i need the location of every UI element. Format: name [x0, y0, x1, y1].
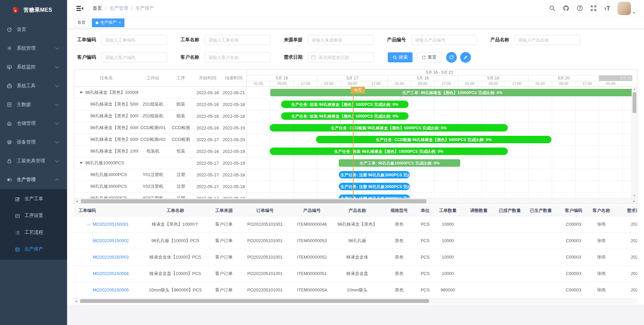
gantt-task-row[interactable]: 96孔移液盒【黑色】5000PCS Z01组装机 组装 2022-05-16 2…	[74, 99, 247, 110]
user-menu[interactable]	[618, 2, 635, 15]
cell-customer-name: 张伟	[590, 249, 612, 265]
edit-circle-button[interactable]	[460, 52, 471, 63]
scrollbar-thumb[interactable]	[633, 92, 636, 113]
sidebar-item-系统工具[interactable]: 系统工具	[0, 76, 67, 95]
scrollbar-thumb[interactable]	[81, 199, 426, 203]
scrollbar-thumb[interactable]	[80, 299, 429, 303]
workorder-link[interactable]: MO202205150002	[93, 238, 129, 243]
sidebar-subitem-工艺流程[interactable]: 工艺流程	[0, 224, 67, 241]
gantt-vertical-scrollbar[interactable]: ▲ ▼	[632, 87, 637, 198]
gantt-bar[interactable]: 生产工单: 96孔孔板10000PCS 完成比例: 0%	[339, 159, 460, 167]
product-code-input[interactable]	[411, 35, 477, 45]
gantt-bar[interactable]: 生产工单: 96孔移液盒【黑色】10000PCS 完成比例: 0%	[270, 89, 632, 96]
search-icon	[393, 55, 397, 60]
gantt-task-row[interactable]: 96孔孔板3000PCS Y02注塑机 注塑 2022-05-17 2022-0…	[74, 181, 247, 193]
breadcrumb-separator: /	[105, 6, 106, 11]
order-row[interactable]: MO202205150001 移液盒【黑色】10000个 客户订单 PO2022…	[74, 216, 637, 232]
timeline-day-row: 5月 165月 175月 185月 195月 205月 21	[247, 75, 632, 81]
scroll-left-arrow[interactable]: ◄	[74, 300, 78, 303]
refresh-circle-button[interactable]	[446, 52, 457, 63]
question-icon[interactable]	[577, 5, 583, 11]
monitor-icon	[7, 64, 12, 70]
fullscreen-icon[interactable]	[590, 5, 597, 11]
order-row[interactable]: MO202205150003 移液盒盒体【10000】PCS 客户订单 PO20…	[74, 249, 637, 265]
sidebar-item-系统监控[interactable]: 系统监控	[0, 58, 67, 76]
cell-adjusted-qty	[463, 282, 495, 298]
font-size-icon[interactable]: TT	[604, 6, 610, 11]
github-icon[interactable]	[563, 5, 569, 11]
logo[interactable]: 苦糖果MES	[0, 0, 67, 20]
cell-customer-name: 张伟	[590, 282, 612, 298]
sidebar-subitem-生产工单[interactable]: 生产工单	[0, 191, 67, 207]
scroll-right-arrow[interactable]: ►	[632, 200, 637, 203]
sidebar-item-生产管理[interactable]: 生产管理	[0, 170, 67, 189]
gantt-task-row[interactable]: 96孔移液盒【黑色】5000PCS CCD检测#01 CCD检测 2022-05…	[74, 122, 247, 134]
gantt-bar[interactable]: 生产任务: 包装 96孔移液盒【黑色】10000PCS 完成比例: 0%	[270, 148, 508, 155]
workorder-link[interactable]: MO202205150001	[93, 222, 129, 227]
workorder-link[interactable]: MO202205150003	[93, 255, 129, 260]
document-icon	[7, 102, 12, 107]
demand-date-input[interactable]	[308, 52, 374, 62]
sidebar-subitem-label: 工艺流程	[24, 229, 43, 235]
cell-order-no: PO202205101001	[240, 216, 290, 232]
product-name-input[interactable]	[515, 35, 580, 45]
collapse-triangle-icon[interactable]	[79, 162, 83, 164]
gantt-bar[interactable]: 生产任务: 注塑 96孔孔板3000PCS 完成比例: 0%	[339, 183, 410, 190]
gantt-task-row[interactable]: 96孔孔板10000PCS 2022-05-17 2022-05-19	[74, 157, 247, 169]
today-line	[353, 87, 354, 204]
day-cell: 5月 21	[599, 75, 632, 81]
order-row[interactable]: MO202205150004 移液盒盒盖【10000】PCS 客户订单 PO20…	[74, 265, 637, 282]
orders-header-订单编号: 订单编号	[240, 205, 290, 216]
orders-horizontal-scrollbar[interactable]: ◄	[74, 299, 637, 304]
sidebar-item-主数据[interactable]: 主数据	[0, 95, 67, 114]
task-name: 96孔移液盒【黑色】10000PCS	[90, 148, 139, 154]
sidebar-item-设备管理[interactable]: 设备管理	[0, 133, 67, 152]
scroll-up-arrow[interactable]: ▲	[632, 87, 637, 92]
sidebar-toggle-icon[interactable]	[76, 6, 83, 11]
workorder-name-input[interactable]	[205, 35, 270, 45]
breadcrumb: 首页 / 生产管理 / 生产排产	[93, 5, 154, 11]
sidebar-item-首页[interactable]: 首页	[0, 20, 67, 39]
gantt-task-row[interactable]: 96孔移液盒【黑色】5000PCS CCD检测#02 CCD检测 2022-05…	[74, 134, 247, 146]
sidebar-item-仓储管理[interactable]: 仓储管理	[0, 114, 67, 133]
gantt-task-row[interactable]: 96孔移液盒【黑色】10000PCS 包装机 包装 2022-05-16 202…	[74, 146, 247, 157]
task-workstation: CCD检测#02	[139, 137, 167, 143]
gantt-task-row[interactable]: 96孔移液盒【黑色】10000PCS 2022-05-16 2022-05-21	[74, 87, 247, 99]
gantt-bars-area: 生产工单: 96孔移液盒【黑色】10000PCS 完成比例: 0% 生产任务: …	[247, 87, 632, 204]
cell-customer-name: 张伟	[590, 232, 612, 249]
scroll-down-arrow[interactable]: ▼	[632, 194, 637, 198]
order-row[interactable]: MO202205150002 96孔孔板【10000】PCS 客户订单 PO20…	[74, 232, 637, 249]
gantt-bar[interactable]: 生产任务: 组装 96孔移液盒【黑色】5000PCS 完成比例: 0%	[281, 101, 409, 108]
workorder-link[interactable]: MO202205150004	[93, 271, 129, 276]
sidebar-item-系统管理[interactable]: 系统管理	[0, 39, 67, 58]
search-icon[interactable]	[549, 5, 555, 11]
tab-home[interactable]: 首页	[74, 18, 89, 27]
workorder-code-input[interactable]	[101, 35, 167, 45]
gantt-task-row[interactable]: 96孔孔板3000PCS Y01注塑机 注塑 2022-05-17 2022-0…	[74, 169, 247, 181]
workorder-link[interactable]: MO202205150005	[93, 287, 129, 292]
row-expand-icon[interactable]	[87, 222, 91, 226]
gantt-bar[interactable]: 生产任务: 组装 96孔移液盒【黑色】5000PCS 完成比例: 0%	[281, 112, 409, 120]
tab-close-icon[interactable]: ×	[119, 21, 121, 24]
gantt-bar[interactable]: 生产任务: CCD检测 96孔移液盒【黑色】5000PCS 完成比例: 0%	[316, 136, 551, 143]
gantt-task-row[interactable]: 96孔移液盒【黑色】5000PCS Z02组装机 组装 2022-05-16 2…	[74, 110, 247, 122]
customer-name-input[interactable]	[205, 52, 270, 62]
cell-qty: 960000	[433, 282, 463, 298]
tab-production-scheduling[interactable]: 生产排产 ×	[92, 18, 124, 27]
orders-header-规格型号: 规格型号	[381, 205, 418, 216]
field-label: 需求日期	[284, 54, 308, 60]
reset-button[interactable]: 重置	[417, 52, 441, 62]
gantt-bar[interactable]: 生产任务: CCD检测 96孔移液盒【黑色】5000PCS 完成比例: 0%	[270, 124, 508, 131]
gantt-bar[interactable]: 生产任务: 注塑 96孔孔板3000PCS 完成比例: 0%	[339, 171, 410, 178]
order-row[interactable]: MO202205150005 10mm吸头【960000】PCS 客户订单 PO…	[74, 282, 637, 298]
sidebar-item-工装夹具管理[interactable]: 工装夹具管理	[0, 152, 67, 170]
gantt-horizontal-scrollbar[interactable]: ◄ ►	[74, 198, 637, 204]
search-button[interactable]: 搜索	[388, 52, 413, 62]
source-doc-input[interactable]	[308, 35, 374, 45]
breadcrumb-home[interactable]: 首页	[93, 5, 102, 11]
scroll-left-arrow[interactable]: ◄	[74, 200, 79, 203]
collapse-triangle-icon[interactable]	[79, 92, 83, 94]
sidebar-subitem-生产排产[interactable]: 生产排产	[0, 241, 67, 258]
customer-code-input[interactable]	[101, 52, 167, 62]
sidebar-subitem-工序设置[interactable]: 工序设置	[0, 207, 67, 224]
